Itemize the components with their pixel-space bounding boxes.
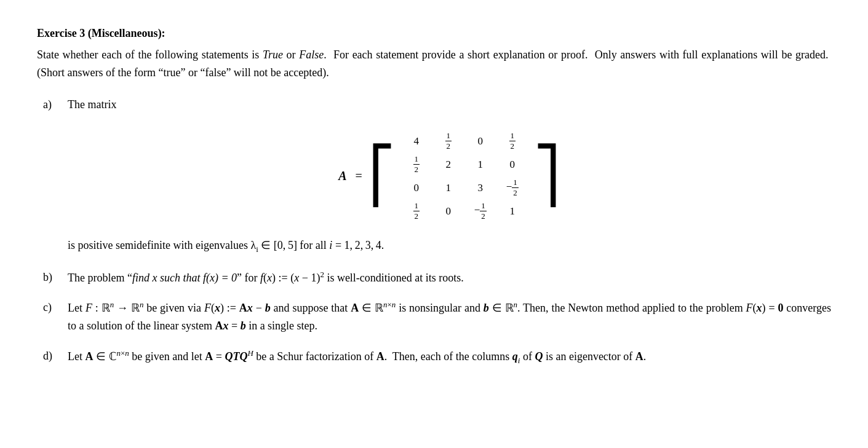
cell-2-0: 0	[414, 179, 420, 196]
cell-0-0: 4	[414, 133, 420, 149]
part-a-label: a)	[43, 96, 68, 114]
part-b-label: b)	[43, 269, 68, 286]
matrix-grid: 4 12 0 12 12 2 1 0 0 1	[396, 127, 533, 224]
cell-1-2: 1	[478, 156, 484, 173]
part-b-content: The problem “find x such that f(x) = 0” …	[68, 269, 831, 287]
cell-2-2: 3	[478, 179, 484, 196]
part-a-caption: is positive semidefinite with eigenvalue…	[68, 237, 831, 256]
exercise-container: Exercise 3 (Miscellaneous): State whethe…	[37, 25, 831, 367]
part-d: d) Let A ∈ ℂn×n be given and let A = QTQ…	[43, 347, 831, 367]
bracket-left: ⎡	[368, 127, 396, 224]
equals-sign: =	[356, 166, 362, 186]
part-c-content: Let F : ℝn → ℝn be given via F(x) := Ax …	[68, 299, 831, 335]
cell-0-1: 12	[445, 131, 452, 151]
part-c-label: c)	[43, 299, 68, 316]
cell-3-1: 0	[446, 203, 452, 219]
cell-3-2: −12	[474, 201, 487, 221]
cell-2-3: −12	[506, 178, 519, 197]
cell-2-1: 1	[446, 179, 452, 196]
part-d-content: Let A ∈ ℂn×n be given and let A = QTQH b…	[68, 347, 831, 367]
cell-3-3: 1	[510, 203, 516, 219]
bracket-right: ⎤	[533, 127, 560, 224]
cell-3-0: 12	[413, 201, 420, 221]
part-d-label: d)	[43, 347, 68, 365]
cell-0-2: 0	[478, 133, 484, 149]
cell-1-3: 0	[510, 156, 516, 173]
cell-1-1: 2	[446, 156, 452, 173]
matrix-bracket: ⎡ 4 12 0 12 12 2 1 0	[368, 127, 560, 224]
matrix-name-label: A	[338, 166, 346, 186]
part-a-content: The matrix A = ⎡ 4 12 0 12	[68, 96, 831, 256]
cell-0-3: 12	[509, 131, 516, 151]
cell-1-0: 12	[413, 154, 420, 174]
part-a: a) The matrix A = ⎡ 4 12 0	[43, 96, 831, 256]
part-a-intro: The matrix	[68, 96, 831, 114]
part-b: b) The problem “find x such that f(x) = …	[43, 269, 831, 287]
intro-paragraph: State whether each of the following stat…	[37, 46, 831, 82]
part-c: c) Let F : ℝn → ℝn be given via F(x) := …	[43, 299, 831, 335]
matrix-display: A = ⎡ 4 12 0 12 12	[68, 127, 831, 224]
exercise-title: Exercise 3 (Miscellaneous):	[37, 25, 831, 42]
